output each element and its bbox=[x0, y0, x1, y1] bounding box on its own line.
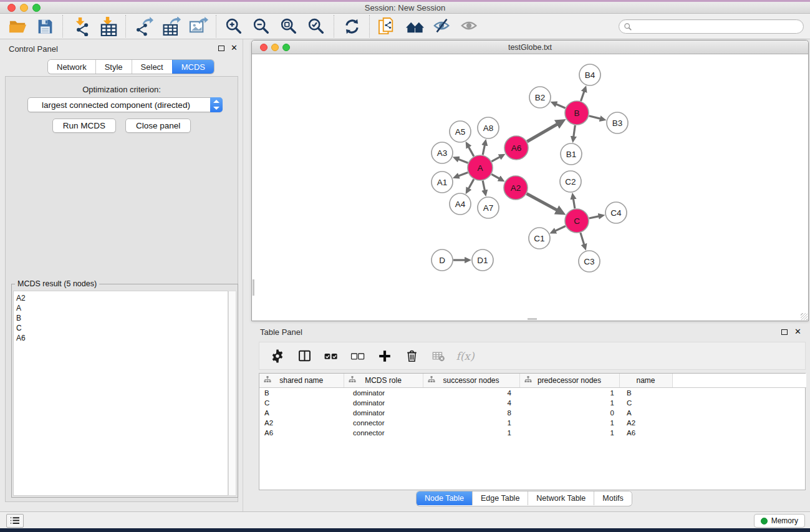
edge-A-A3[interactable] bbox=[458, 159, 468, 163]
cell-shared-name[interactable]: C bbox=[259, 398, 344, 408]
column-header-name[interactable]: name bbox=[619, 374, 672, 387]
home-layout-button[interactable] bbox=[401, 14, 428, 38]
edge-A-A5[interactable] bbox=[468, 147, 474, 156]
select-all-button[interactable] bbox=[321, 345, 342, 367]
canvas-horizontal-scroll-thumb[interactable] bbox=[528, 318, 537, 320]
task-history-button[interactable] bbox=[6, 514, 24, 528]
edge-B-B2[interactable] bbox=[556, 104, 565, 108]
result-item[interactable]: A6 bbox=[14, 333, 228, 343]
edge-C-C4[interactable] bbox=[589, 216, 599, 218]
edge-A2-C[interactable] bbox=[527, 194, 558, 211]
unselect-all-button[interactable] bbox=[347, 345, 369, 367]
import-network-button[interactable] bbox=[67, 14, 94, 38]
graph-node-A7[interactable]: A7 bbox=[478, 197, 499, 218]
cell-MCDS-role[interactable]: dominator bbox=[344, 398, 423, 408]
column-header-predecessor-nodes[interactable]: predecessor nodes bbox=[519, 374, 619, 387]
graph-node-C3[interactable]: C3 bbox=[579, 251, 600, 272]
tab-network[interactable]: Network bbox=[48, 60, 95, 74]
graph-node-A6[interactable]: A6 bbox=[504, 136, 528, 160]
search-input[interactable] bbox=[632, 21, 803, 32]
graph-node-B1[interactable]: B1 bbox=[561, 143, 582, 165]
tab-network-table[interactable]: Network Table bbox=[528, 491, 594, 505]
show-column-button[interactable] bbox=[294, 345, 315, 367]
edge-C-C1[interactable] bbox=[555, 226, 566, 231]
result-item[interactable]: B bbox=[14, 313, 228, 323]
graph-node-C1[interactable]: C1 bbox=[529, 228, 550, 249]
criterion-dropdown[interactable]: largest connected component (directed) bbox=[27, 97, 223, 112]
graph-node-B2[interactable]: B2 bbox=[529, 87, 551, 108]
show-hidden-button[interactable] bbox=[456, 14, 483, 38]
search-field[interactable] bbox=[619, 19, 804, 34]
cell-name[interactable]: B bbox=[619, 387, 672, 398]
run-mcds-button[interactable]: Run MCDS bbox=[52, 118, 116, 133]
cell-successor-nodes[interactable]: 1 bbox=[423, 418, 519, 428]
graph-node-A1[interactable]: A1 bbox=[432, 172, 453, 193]
edge-A-A8[interactable] bbox=[483, 145, 485, 155]
delete-column-button[interactable] bbox=[401, 345, 422, 367]
close-panel-button[interactable]: Close panel bbox=[125, 118, 191, 133]
edge-B-B3[interactable] bbox=[589, 116, 600, 119]
float-panel-icon[interactable] bbox=[218, 46, 224, 51]
edge-C-C3[interactable] bbox=[581, 233, 584, 245]
table-row[interactable]: Adominator80A bbox=[259, 408, 806, 418]
graph-node-D1[interactable]: D1 bbox=[472, 249, 493, 271]
edge-C-C2[interactable] bbox=[573, 198, 575, 208]
cell-successor-nodes[interactable]: 4 bbox=[423, 387, 519, 398]
graph-node-C[interactable]: C bbox=[565, 209, 589, 233]
cell-name[interactable]: C bbox=[619, 398, 672, 408]
cell-MCDS-role[interactable]: connector bbox=[344, 418, 423, 428]
graph-node-A[interactable]: A bbox=[468, 155, 493, 180]
edge-A-A7[interactable] bbox=[483, 181, 485, 191]
graph-node-A2[interactable]: A2 bbox=[504, 176, 528, 200]
hide-selected-button[interactable] bbox=[428, 14, 456, 38]
cell-MCDS-role[interactable]: connector bbox=[344, 428, 423, 438]
duplicate-network-button[interactable] bbox=[374, 14, 401, 38]
add-column-button[interactable] bbox=[374, 345, 395, 367]
graph-node-A5[interactable]: A5 bbox=[450, 121, 471, 142]
edge-A-A2[interactable] bbox=[491, 174, 499, 178]
cell-successor-nodes[interactable]: 4 bbox=[423, 398, 519, 408]
zoom-out-button[interactable] bbox=[248, 14, 275, 38]
cell-predecessor-nodes[interactable]: 1 bbox=[519, 398, 619, 408]
tab-motifs[interactable]: Motifs bbox=[594, 491, 631, 505]
export-table-button[interactable] bbox=[157, 14, 185, 38]
result-item[interactable]: A2 bbox=[14, 293, 228, 303]
column-settings-button[interactable] bbox=[267, 345, 288, 367]
cell-successor-nodes[interactable]: 8 bbox=[423, 408, 519, 418]
column-header-successor-nodes[interactable]: successor nodes bbox=[423, 374, 519, 387]
open-session-button[interactable] bbox=[4, 14, 31, 38]
cell-name[interactable]: A6 bbox=[619, 428, 672, 438]
edge-A-A6[interactable] bbox=[491, 157, 500, 162]
graph-node-B[interactable]: B bbox=[565, 101, 589, 125]
refresh-view-button[interactable] bbox=[338, 14, 365, 38]
close-table-panel-icon[interactable]: ✕ bbox=[794, 329, 801, 335]
export-network-button[interactable] bbox=[130, 14, 157, 38]
result-item[interactable]: C bbox=[14, 323, 228, 333]
cell-MCDS-role[interactable]: dominator bbox=[344, 387, 423, 398]
function-builder-button[interactable]: f(x) bbox=[455, 345, 476, 367]
edge-B-B4[interactable] bbox=[581, 91, 585, 101]
graph-node-B4[interactable]: B4 bbox=[579, 64, 600, 85]
edge-B-B1[interactable] bbox=[574, 125, 576, 137]
table-row[interactable]: A2connector11A2 bbox=[259, 418, 806, 428]
column-header-MCDS-role[interactable]: MCDS role bbox=[344, 374, 423, 387]
cell-shared-name[interactable]: A bbox=[259, 408, 344, 418]
graph-node-D[interactable]: D bbox=[432, 249, 453, 271]
table-row[interactable]: A6connector11A6 bbox=[259, 428, 806, 438]
import-table-button[interactable] bbox=[94, 14, 122, 38]
cell-predecessor-nodes[interactable]: 0 bbox=[519, 408, 619, 418]
zoom-in-button[interactable] bbox=[220, 14, 248, 38]
delete-table-button[interactable] bbox=[428, 345, 449, 367]
edge-A-A1[interactable] bbox=[458, 172, 468, 176]
window-resize-grip[interactable] bbox=[801, 313, 808, 320]
cell-shared-name[interactable]: A2 bbox=[259, 418, 344, 428]
tab-edge-table[interactable]: Edge Table bbox=[472, 491, 528, 505]
export-image-button[interactable] bbox=[185, 14, 212, 38]
cell-name[interactable]: A2 bbox=[619, 418, 672, 428]
float-table-panel-icon[interactable] bbox=[781, 329, 788, 335]
save-session-button[interactable] bbox=[31, 14, 59, 38]
edge-A-A4[interactable] bbox=[468, 179, 474, 188]
result-item[interactable]: A bbox=[14, 303, 228, 313]
tab-select[interactable]: Select bbox=[132, 60, 172, 74]
zoom-selected-button[interactable] bbox=[302, 14, 330, 38]
